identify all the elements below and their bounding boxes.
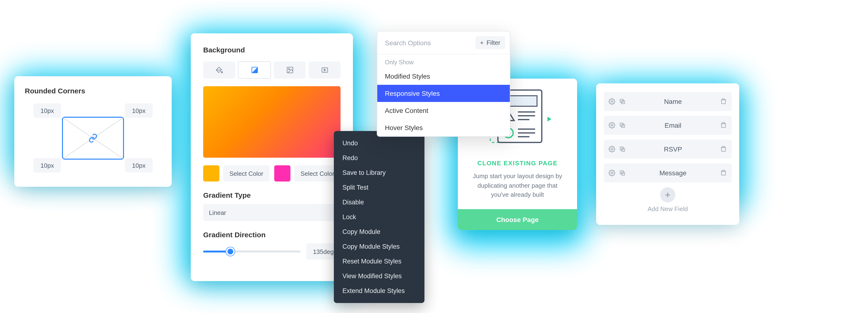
corner-br-input[interactable]: 10px: [125, 158, 153, 172]
bg-tab-gradient[interactable]: [238, 62, 271, 79]
paint-bucket-icon: [215, 66, 223, 74]
filter-popover: Search Options + Filter Only Show Modifi…: [377, 31, 510, 137]
filter-option[interactable]: Responsive Styles: [377, 85, 510, 102]
color-chip-1[interactable]: [203, 165, 219, 181]
svg-point-28: [611, 172, 613, 174]
duplicate-icon[interactable]: [619, 122, 626, 129]
choose-page-button[interactable]: Choose Page: [458, 209, 577, 230]
fields-panel: NameEmailRSVPMessage + Add New Field: [596, 83, 739, 225]
bg-tab-video[interactable]: [309, 62, 341, 79]
context-menu: UndoRedoSave to LibrarySplit TestDisable…: [334, 131, 425, 303]
field-row[interactable]: Message: [604, 164, 732, 182]
bg-tab-image[interactable]: [274, 62, 306, 79]
duplicate-icon[interactable]: [619, 170, 626, 176]
corner-link-box[interactable]: [62, 116, 124, 159]
svg-point-24: [611, 148, 613, 150]
clone-title: CLONE EXISTING PAGE: [468, 160, 566, 167]
field-name: Message: [626, 169, 720, 177]
gradient-direction-label: Gradient Direction: [203, 231, 341, 239]
link-icon: [88, 133, 98, 143]
video-icon: [321, 66, 328, 74]
background-panel: Background Select Color Select Color Gra…: [191, 33, 353, 281]
filter-option[interactable]: Active Content: [377, 102, 510, 119]
context-menu-item[interactable]: Copy Module: [334, 224, 425, 239]
svg-point-20: [611, 125, 613, 126]
corner-bl-input[interactable]: 10px: [33, 158, 61, 172]
background-title: Background: [203, 46, 341, 54]
gradient-type-label: Gradient Type: [203, 191, 341, 199]
svg-rect-27: [721, 147, 725, 151]
corner-tl-input[interactable]: 10px: [33, 103, 61, 118]
context-menu-item[interactable]: Extend Module Styles: [334, 283, 425, 298]
gradient-type-select[interactable]: Linear: [203, 204, 341, 221]
trash-icon[interactable]: [720, 170, 727, 176]
trash-icon[interactable]: [720, 146, 727, 152]
filter-section-label: Only Show: [377, 54, 510, 68]
slider-thumb[interactable]: [226, 247, 235, 256]
svg-rect-31: [721, 171, 725, 175]
gradient-icon: [251, 66, 258, 74]
context-menu-item[interactable]: Save to Library: [334, 165, 425, 180]
filter-option[interactable]: Modified Styles: [377, 68, 510, 85]
duplicate-icon[interactable]: [619, 98, 626, 105]
gradient-direction-slider[interactable]: [203, 251, 301, 252]
filter-label: Filter: [487, 39, 500, 46]
field-row[interactable]: Name: [604, 92, 732, 111]
rounded-corners-panel: Rounded Corners 10px 10px 10px 10px: [14, 76, 172, 187]
context-menu-item[interactable]: Lock: [334, 210, 425, 224]
clone-description: Jump start your layout design by duplica…: [468, 172, 566, 199]
select-color-1-button[interactable]: Select Color: [223, 165, 270, 181]
gear-icon[interactable]: [609, 122, 615, 129]
trash-icon[interactable]: [720, 98, 727, 105]
context-menu-item[interactable]: Disable: [334, 195, 425, 210]
rounded-corners-title: Rounded Corners: [25, 87, 161, 95]
image-icon: [286, 66, 293, 74]
svg-point-3: [288, 68, 289, 70]
add-field-label: Add New Field: [604, 205, 732, 212]
field-name: Email: [626, 121, 720, 129]
field-name: Name: [626, 98, 720, 105]
context-menu-item[interactable]: Split Test: [334, 180, 425, 195]
context-menu-item[interactable]: View Modified Styles: [334, 269, 425, 283]
select-color-2-button[interactable]: Select Color: [294, 165, 341, 181]
svg-point-0: [221, 72, 222, 73]
context-menu-item[interactable]: Undo: [334, 136, 425, 150]
filter-option[interactable]: Hover Styles: [377, 119, 510, 136]
context-menu-item[interactable]: Redo: [334, 150, 425, 165]
trash-icon[interactable]: [720, 122, 727, 129]
filter-button[interactable]: + Filter: [475, 36, 505, 49]
gear-icon[interactable]: [609, 170, 615, 176]
svg-rect-19: [721, 100, 725, 104]
svg-rect-23: [721, 124, 725, 128]
context-menu-item[interactable]: Copy Module Styles: [334, 239, 425, 254]
field-name: RSVP: [626, 145, 720, 153]
gear-icon[interactable]: [609, 146, 615, 152]
field-row[interactable]: Email: [604, 116, 732, 135]
gradient-preview[interactable]: [203, 86, 341, 158]
context-menu-item[interactable]: Reset Module Styles: [334, 254, 425, 269]
plus-icon: +: [480, 39, 484, 46]
color-chip-2[interactable]: [274, 165, 290, 181]
svg-point-16: [611, 101, 613, 102]
bg-tab-color[interactable]: [203, 62, 235, 79]
field-row[interactable]: RSVP: [604, 140, 732, 159]
duplicate-icon[interactable]: [619, 146, 626, 152]
search-input[interactable]: Search Options: [382, 39, 471, 46]
gear-icon[interactable]: [609, 98, 615, 105]
corner-tr-input[interactable]: 10px: [125, 103, 153, 118]
add-field-button[interactable]: +: [660, 187, 675, 203]
